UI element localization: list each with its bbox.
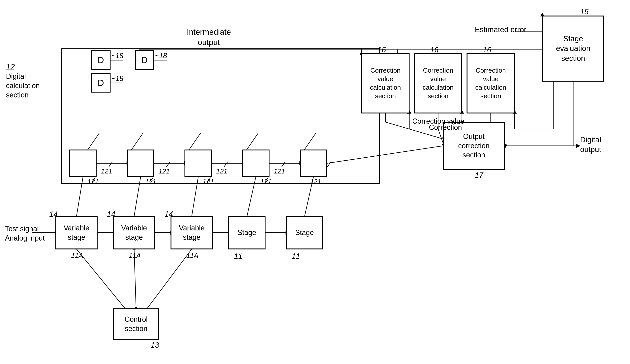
- correction-label: Correction: [429, 123, 462, 132]
- pipeline-box-3: [185, 150, 212, 177]
- svg-line-88: [76, 249, 125, 309]
- corr-val-calc-2-box: Correctionvaluecalculationsection: [414, 53, 462, 113]
- number-18-1: ~18: [111, 52, 124, 60]
- number-11A-3: 11A: [186, 252, 198, 259]
- svg-line-109: [224, 162, 228, 167]
- svg-line-110: [282, 162, 285, 167]
- number-14-1: 14: [49, 210, 58, 219]
- number-121-5: 121: [310, 178, 321, 185]
- number-16-2: 16: [430, 46, 438, 54]
- number-17: 17: [475, 171, 483, 180]
- digital-output-label: Digitaloutput: [580, 135, 601, 155]
- svg-line-108: [166, 162, 170, 167]
- svg-line-92: [147, 249, 192, 309]
- number-18-3: ~18: [155, 52, 167, 60]
- number-11A-1: 11A: [71, 252, 83, 259]
- d-box-3: D: [135, 51, 154, 69]
- control-section-box: Controlsection: [113, 309, 159, 339]
- corr-val-calc-3-box: Correctionvaluecalculationsection: [467, 53, 514, 113]
- stage-4-box: Stage: [228, 216, 265, 249]
- number-121-7: 121: [158, 167, 170, 175]
- svg-line-42: [134, 177, 141, 216]
- stage-evaluation-box: Stageevaluationsection: [542, 16, 604, 81]
- d-box-2: D: [92, 73, 110, 92]
- number-121-1: 121: [88, 178, 99, 185]
- pipeline-box-4: [242, 150, 269, 177]
- corr-val-calc-1-box: Correctionvaluecalculationsection: [362, 53, 409, 113]
- number-121-2: 121: [145, 178, 156, 185]
- pipeline-box-5: [300, 150, 327, 177]
- var-stage-3-box: Variablestage: [171, 216, 212, 249]
- digital-calc-label: 12 Digitalcalculationsection: [6, 61, 40, 100]
- number-14-3: 14: [164, 210, 173, 219]
- number-121-3: 121: [203, 178, 214, 185]
- var-stage-2-box: Variablestage: [113, 216, 155, 249]
- test-signal-label: Test signalAnalog input: [5, 224, 45, 243]
- number-18-2: ~18: [111, 74, 124, 83]
- number-14-2: 14: [107, 210, 115, 219]
- dc-number: 12: [6, 62, 15, 71]
- corr-val-3-label: Correctionvaluecalculationsection: [475, 66, 506, 100]
- svg-line-50: [88, 133, 99, 150]
- d-box-1: D: [92, 51, 110, 69]
- svg-line-40: [76, 177, 83, 216]
- number-11-2: 11: [292, 252, 300, 261]
- svg-line-51: [131, 133, 143, 150]
- number-15: 15: [580, 7, 588, 16]
- svg-line-111: [328, 162, 331, 167]
- corr-val-1-label: Correctionvaluecalculationsection: [370, 66, 401, 100]
- output-corr-label: Outputcorrectionsection: [458, 132, 490, 160]
- number-13: 13: [150, 341, 159, 350]
- number-121-9: 121: [274, 167, 285, 175]
- dc-text: Digitalcalculationsection: [6, 72, 40, 100]
- number-11A-2: 11A: [129, 252, 141, 259]
- intermediate-output-label: Intermediateoutput: [187, 27, 231, 47]
- corr-val-2-label: Correctionvaluecalculationsection: [422, 66, 454, 100]
- svg-line-107: [109, 162, 112, 167]
- svg-line-46: [247, 177, 256, 216]
- pipeline-box-2: [127, 150, 154, 177]
- svg-marker-75: [576, 144, 580, 148]
- number-121-4: 121: [260, 178, 272, 185]
- svg-line-52: [189, 133, 201, 150]
- svg-line-44: [192, 177, 198, 216]
- svg-line-53: [246, 133, 258, 150]
- pipeline-box-1: [70, 150, 96, 177]
- stage-eval-label: Stageevaluationsection: [556, 34, 590, 63]
- number-121-8: 121: [216, 167, 228, 175]
- number-11-1: 11: [234, 252, 242, 261]
- svg-line-38: [327, 146, 443, 163]
- var-stage-1-box: Variablestage: [56, 216, 97, 249]
- number-121-6: 121: [101, 167, 112, 175]
- number-16-1: 16: [378, 46, 386, 54]
- number-16-3: 16: [483, 46, 491, 54]
- svg-line-54: [304, 133, 316, 150]
- stage-5-box: Stage: [286, 216, 323, 249]
- estimated-error-label: Estimated error: [475, 25, 526, 34]
